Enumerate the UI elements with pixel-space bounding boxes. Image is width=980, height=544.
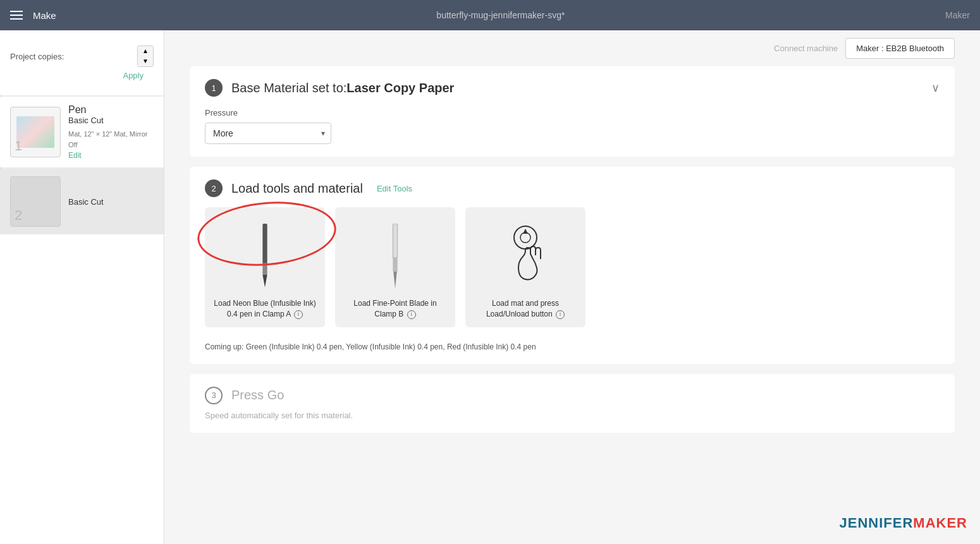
svg-rect-1 (262, 263, 267, 274)
mat-meta-1: Mat, 12" × 12" Mat, Mirror Off (68, 129, 154, 150)
step-2-title: Load tools and material (231, 181, 363, 196)
pressure-select-wrapper[interactable]: Default More Less ▾ (205, 123, 331, 144)
mat-thumbnail-1: 1 (10, 107, 61, 157)
step-2-header: 2 Load tools and material Edit Tools (205, 179, 940, 197)
pressure-select[interactable]: Default More Less (205, 123, 331, 144)
mat-info-2: Basic Cut (68, 197, 104, 207)
tool-card-2-label: Load Fine-Point Blade in Clamp B i (343, 298, 448, 320)
app-title: Make (33, 10, 56, 21)
tool-card-1-label: Load Neon Blue (Infusible Ink) 0.4 pen i… (212, 298, 317, 320)
step-2-number: 2 (205, 179, 223, 197)
svg-marker-8 (523, 229, 528, 234)
svg-rect-4 (393, 257, 397, 272)
step-1-number: 1 (205, 79, 223, 97)
step-1-prefix: Base Material set to: (231, 81, 346, 95)
tool-card-2-image (343, 217, 448, 293)
mat-item-1: 1 Pen Basic Cut Mat, 12" × 12" Mat, Mirr… (0, 97, 164, 167)
step-3-title: Press Go (231, 388, 284, 402)
svg-marker-5 (393, 272, 397, 289)
mat-number-2: 2 (15, 207, 22, 224)
step-1-header: 1 Base Material set to:Laser Copy Paper … (205, 79, 940, 97)
step-1-collapse-icon[interactable]: ∨ (931, 81, 940, 95)
copies-stepper[interactable]: ▲ ▼ (137, 45, 154, 67)
step-2-section: 2 Load tools and material Edit Tools (190, 167, 955, 364)
tool-3-info-icon[interactable]: i (556, 310, 565, 319)
step-1-title: Base Material set to:Laser Copy Paper (231, 81, 454, 95)
pressure-row: Pressure Default More Less ▾ (205, 108, 940, 144)
mat-edit-link-1[interactable]: Edit (68, 151, 154, 160)
file-title: butterfly-mug-jennifermaker-svg* (436, 10, 565, 20)
tool-card-2: Load Fine-Point Blade in Clamp B i (335, 207, 455, 327)
jennifer-text: JENNIFER (840, 515, 914, 531)
copies-increment[interactable]: ▲ (138, 46, 153, 56)
mat-item-2: 2 Basic Cut (0, 169, 164, 234)
sidebar: Project copies: ▲ ▼ Apply 1 Pen Basic Cu… (0, 30, 164, 544)
tool-card-3-label: Load mat and press Load/Unload button i (473, 298, 578, 320)
tool-card-1: Load Neon Blue (Infusible Ink) 0.4 pen i… (205, 207, 325, 327)
mat-cut-label-1: Basic Cut (68, 116, 154, 125)
mat-thumbnail-2: 2 (10, 176, 61, 227)
step-1-material: Laser Copy Paper (346, 81, 454, 95)
main-content: Connect machine Maker : EB2B Bluetooth 1… (164, 30, 980, 544)
connect-machine-label: Connect machine (774, 44, 838, 53)
edit-tools-link[interactable]: Edit Tools (377, 184, 412, 193)
top-navigation: Make butterfly-mug-jennifermaker-svg* Ma… (0, 0, 980, 30)
mat-number-1: 1 (15, 138, 22, 154)
coming-up-text: Coming up: Green (Infusible Ink) 0.4 pen… (205, 337, 940, 351)
load-mat-icon (494, 217, 557, 293)
tool-card-3: Load mat and press Load/Unload button i (465, 207, 585, 327)
apply-button[interactable]: Apply (0, 70, 154, 88)
maker-text: MAKER (913, 515, 967, 531)
blade-icon (386, 224, 405, 293)
step-1-section: 1 Base Material set to:Laser Copy Paper … (190, 66, 955, 157)
mat-info-1: Pen Basic Cut Mat, 12" × 12" Mat, Mirror… (68, 104, 154, 160)
speed-note: Speed automatically set for this materia… (205, 411, 940, 420)
mat-cut-label-2: Basic Cut (68, 197, 104, 207)
project-copies-label: Project copies: (10, 52, 64, 61)
menu-button[interactable] (10, 11, 23, 20)
svg-rect-3 (393, 224, 397, 258)
step-3-header: 3 Press Go (205, 387, 940, 404)
step-3-section: 3 Press Go Speed automatically set for t… (190, 374, 955, 433)
copies-decrement[interactable]: ▼ (138, 56, 153, 66)
machine-bar: Connect machine Maker : EB2B Bluetooth (190, 30, 955, 66)
tool-cards-container: Load Neon Blue (Infusible Ink) 0.4 pen i… (205, 207, 940, 327)
pen-icon (255, 224, 274, 293)
svg-point-7 (520, 233, 530, 243)
svg-marker-2 (262, 275, 267, 287)
jennifermaker-brand: JENNIFERMAKER (840, 515, 967, 531)
machine-label: Maker (945, 10, 970, 20)
tool-card-3-image (473, 217, 578, 293)
pressure-label: Pressure (205, 108, 940, 118)
svg-rect-0 (262, 224, 267, 264)
machine-button[interactable]: Maker : EB2B Bluetooth (845, 38, 955, 59)
tool-2-info-icon[interactable]: i (407, 310, 416, 319)
mat-type-label: Pen (68, 104, 154, 116)
step-3-number: 3 (205, 387, 223, 404)
tool-card-1-image (212, 217, 317, 293)
tool-1-info-icon[interactable]: i (294, 310, 303, 319)
